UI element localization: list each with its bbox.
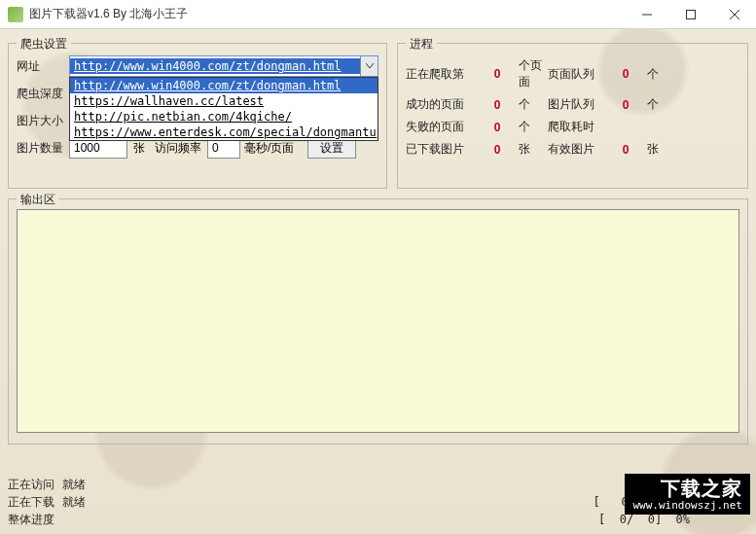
pg-value: 0 [476, 98, 519, 112]
crawler-legend: 爬虫设置 [17, 36, 71, 53]
url-option[interactable]: https://wallhaven.cc/latest [70, 93, 378, 109]
pg-value: 0 [476, 67, 519, 81]
url-label: 网址 [17, 58, 69, 75]
freq-unit: 毫秒/页面 [244, 140, 294, 157]
pg-label: 图片队列 [548, 96, 604, 113]
pg-label: 页面队列 [548, 66, 604, 83]
url-selected-value: http://www.win4000.com/zt/dongman.html [70, 58, 360, 74]
pg-unit: 个页面 [519, 57, 548, 90]
depth-label: 爬虫深度 [17, 86, 69, 102]
status-visit-label: 正在访问 [8, 477, 62, 493]
pg-value: 0 [476, 121, 519, 134]
url-option[interactable]: http://pic.netbian.com/4kqiche/ [70, 109, 378, 125]
url-option[interactable]: https://www.enterdesk.com/special/dongma… [70, 125, 378, 140]
url-dropdown-list[interactable]: http://www.win4000.com/zt/dongman.html h… [69, 77, 378, 141]
count-unit: 张 [133, 140, 145, 157]
pg-unit: 个 [519, 96, 548, 113]
pg-label: 已下载图片 [406, 141, 476, 158]
maximize-button[interactable] [668, 0, 712, 29]
close-icon [730, 10, 739, 19]
count-label: 图片数量 [17, 140, 69, 157]
svg-rect-0 [686, 10, 695, 18]
pg-value: 0 [604, 67, 647, 81]
pg-value: 0 [604, 143, 647, 157]
watermark: 下载之家 www.windowszj.net [625, 474, 750, 515]
app-icon [8, 7, 23, 22]
output-legend: 输出区 [17, 192, 59, 208]
output-group: 输出区 [8, 198, 748, 445]
minimize-icon [642, 10, 652, 19]
status-overall-metric: [ 0/ 0] 0% [598, 513, 690, 526]
status-overall-label: 整体进度 [8, 512, 62, 528]
pg-unit: 个 [647, 66, 670, 83]
url-option[interactable]: http://www.win4000.com/zt/dongman.html [70, 78, 378, 93]
status-download-value: 就绪 [62, 494, 594, 511]
pg-label: 爬取耗时 [548, 119, 604, 135]
watermark-url: www.windowszj.net [632, 500, 742, 513]
pg-label: 失败的页面 [406, 119, 476, 135]
pg-label: 正在爬取第 [406, 66, 476, 83]
pg-unit: 张 [647, 141, 670, 158]
size-label: 图片大小 [17, 113, 69, 129]
crawler-settings-group: 爬虫设置 网址 http://www.win4000.com/zt/dongma… [8, 43, 387, 189]
progress-legend: 进程 [406, 36, 437, 53]
pg-unit: 张 [519, 141, 548, 158]
watermark-title: 下载之家 [632, 478, 742, 500]
maximize-icon [686, 10, 696, 19]
close-button[interactable] [712, 0, 756, 29]
pg-unit: 个 [647, 96, 670, 113]
minimize-button[interactable] [625, 0, 668, 29]
url-combobox[interactable]: http://www.win4000.com/zt/dongman.html [69, 55, 378, 77]
pg-unit: 个 [519, 119, 548, 135]
pg-label: 成功的页面 [406, 96, 476, 113]
chevron-down-icon[interactable] [360, 56, 378, 76]
pg-value: 0 [604, 98, 647, 112]
status-download-label: 正在下载 [8, 494, 62, 511]
window-title: 图片下载器v1.6 By 北海小王子 [29, 6, 188, 22]
freq-label: 访问频率 [155, 140, 201, 157]
output-textarea[interactable] [17, 209, 739, 433]
pg-value: 0 [476, 143, 519, 157]
progress-group: 进程 正在爬取第 0 个页面 页面队列 0 个 成功的页面 0 个 图片队列 0… [397, 43, 748, 189]
pg-label: 有效图片 [548, 141, 604, 158]
